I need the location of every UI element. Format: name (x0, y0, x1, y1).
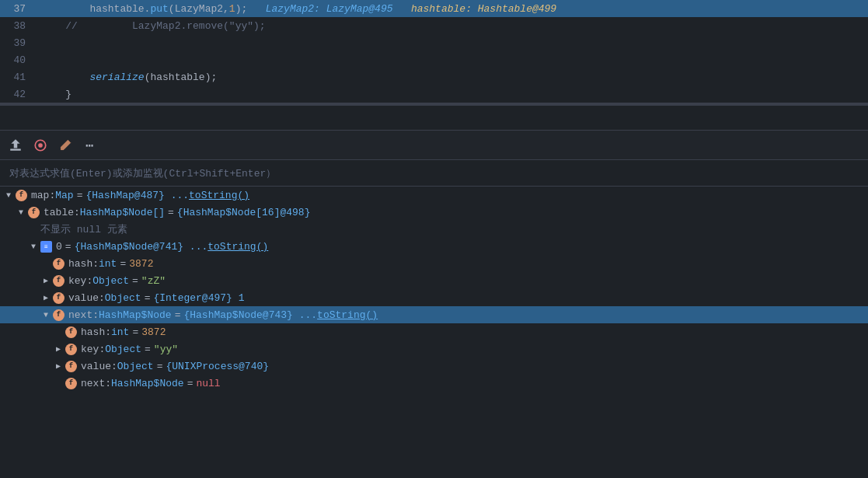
f-badge-value0: f (53, 292, 64, 304)
var-name-next0: next: (68, 309, 99, 321)
line-number-40: 40 (0, 54, 35, 66)
var-type-hash1: int (111, 326, 129, 338)
f-badge-value1: f (65, 361, 77, 372)
var-name-hash1: hash: (81, 326, 111, 338)
var-name-value0: value: (68, 292, 105, 304)
expand-arrow-key0[interactable] (40, 275, 51, 286)
no-null-message: 不显示 null 元素 (0, 221, 868, 238)
var-eq-key1: = (145, 344, 151, 355)
code-editor: 37 hashtable.put(LazyMap2,1); LazyMap2: … (0, 0, 868, 131)
var-name-table: table: (44, 207, 80, 218)
var-row-hash1[interactable]: f hash: int = 3872 (0, 323, 868, 340)
var-type-hash0: int (99, 258, 117, 270)
var-type-table: HashMap$Node[] (80, 207, 165, 218)
more-icon[interactable]: ⋯ (82, 138, 98, 153)
var-name-key0: key: (68, 275, 92, 287)
var-type-value1: Object (117, 361, 154, 372)
f-badge-hash0: f (53, 258, 64, 270)
expression-bar: 对表达式求值(Enter)或添加监视(Ctrl+Shift+Enter） (0, 160, 868, 187)
var-row-next0[interactable]: f next: HashMap$Node = {HashMap$Node@743… (0, 306, 868, 323)
var-value-key1: "yy" (154, 344, 178, 355)
code-line-37: 37 hashtable.put(LazyMap2,1); LazyMap2: … (0, 0, 868, 17)
line-number-41: 41 (0, 72, 35, 83)
var-value-node0: {HashMap$Node@741} ... (75, 241, 208, 253)
var-link-next0[interactable]: toString() (317, 309, 378, 321)
f-badge-next1: f (65, 378, 77, 389)
svg-point-2 (38, 143, 43, 148)
var-type-key0: Object (92, 275, 129, 287)
expand-arrow-next0[interactable] (40, 309, 51, 320)
var-type-next1: HashMap$Node (111, 378, 184, 389)
var-value-hash0: 3872 (129, 258, 153, 270)
var-name-key1: key: (81, 344, 105, 355)
var-value-next1: null (196, 378, 220, 389)
code-line-41: 41 serialize(hashtable); (0, 68, 868, 85)
expand-arrow-table[interactable] (16, 207, 26, 218)
var-type-key1: Object (105, 344, 141, 355)
var-eq-hash0: = (120, 258, 126, 270)
var-name-next1: next: (81, 378, 111, 389)
var-name-value1: value: (81, 361, 117, 372)
var-eq-value0: = (145, 292, 151, 304)
var-value-hash1: 3872 (141, 326, 166, 338)
var-value-next0: {HashMap$Node@743} ... (183, 309, 317, 321)
var-row-node0[interactable]: ≡ 0 = {HashMap$Node@741} ... toString() (0, 238, 868, 255)
var-value-table: {HashMap$Node[16]@498} (177, 207, 311, 218)
f-badge-map: f (16, 190, 27, 201)
var-link-map[interactable]: toString() (189, 190, 249, 201)
upload-icon[interactable] (8, 138, 23, 153)
var-row-value1[interactable]: f value: Object = {UNIXProcess@740} (0, 358, 868, 375)
var-type-value0: Object (105, 292, 141, 304)
var-value-value1: {UNIXProcess@740} (166, 361, 269, 372)
code-line-39: 39 (0, 34, 868, 51)
expand-arrow-value1[interactable] (53, 361, 64, 372)
line-number-38: 38 (0, 20, 35, 32)
f-badge-next0: f (53, 309, 64, 321)
line-number-39: 39 (0, 37, 35, 49)
var-name-hash0: hash: (68, 258, 99, 270)
edit-icon[interactable] (58, 138, 73, 153)
var-row-key0[interactable]: f key: Object = "zZ" (0, 272, 868, 289)
code-content-41: serialize(hashtable); (35, 72, 868, 83)
code-content-38: // LazyMap2.remove("yy"); (35, 20, 868, 32)
var-type-next0: HashMap$Node (99, 309, 172, 321)
link-icon[interactable] (33, 138, 48, 153)
var-row-value0[interactable]: f value: Object = {Integer@497} 1 (0, 289, 868, 306)
arr-badge-node0: ≡ (40, 241, 52, 253)
line-number-42: 42 (0, 89, 35, 100)
code-content-37: hashtable.put(LazyMap2,1); LazyMap2: Laz… (35, 3, 868, 15)
var-link-node0[interactable]: toString() (207, 241, 268, 253)
var-row-map[interactable]: f map: Map = {HashMap@487} ... toString(… (0, 187, 868, 204)
var-eq-map: = (77, 190, 83, 201)
code-line-38: 38 // LazyMap2.remove("yy"); (0, 17, 868, 34)
var-value-key0: "zZ" (141, 275, 166, 287)
var-eq-node0: = (65, 241, 71, 253)
f-badge-key1: f (65, 344, 77, 355)
var-name-map: map: (31, 190, 55, 201)
expression-placeholder: 对表达式求值(Enter)或添加监视(Ctrl+Shift+Enter） (9, 166, 276, 180)
var-row-hash0[interactable]: f hash: int = 3872 (0, 255, 868, 272)
horizontal-scrollbar[interactable] (0, 103, 868, 106)
var-eq-value1: = (157, 361, 163, 372)
var-type-map: Map (55, 190, 73, 201)
var-eq-next0: = (175, 309, 181, 321)
var-eq-hash1: = (132, 326, 138, 338)
var-eq-next1: = (187, 378, 193, 389)
expand-arrow-node0[interactable] (28, 241, 39, 252)
code-line-42: 42 } (0, 85, 868, 103)
variables-panel: f map: Map = {HashMap@487} ... toString(… (0, 187, 868, 478)
debugger-toolbar: ⋯ (0, 131, 868, 160)
var-eq-table: = (168, 207, 174, 218)
var-value-map: {HashMap@487} ... (85, 190, 189, 201)
f-badge-key0: f (53, 275, 64, 287)
expand-arrow-map[interactable] (3, 190, 14, 201)
line-number-37: 37 (0, 3, 35, 15)
f-badge-hash1: f (65, 326, 77, 338)
var-eq-key0: = (132, 275, 138, 287)
var-row-table[interactable]: f table: HashMap$Node[] = {HashMap$Node[… (0, 204, 868, 221)
var-row-next1[interactable]: f next: HashMap$Node = null (0, 375, 868, 392)
var-name-node0: 0 (56, 241, 62, 253)
expand-arrow-key1[interactable] (53, 344, 64, 354)
var-row-key1[interactable]: f key: Object = "yy" (0, 340, 868, 358)
expand-arrow-value0[interactable] (40, 292, 51, 303)
